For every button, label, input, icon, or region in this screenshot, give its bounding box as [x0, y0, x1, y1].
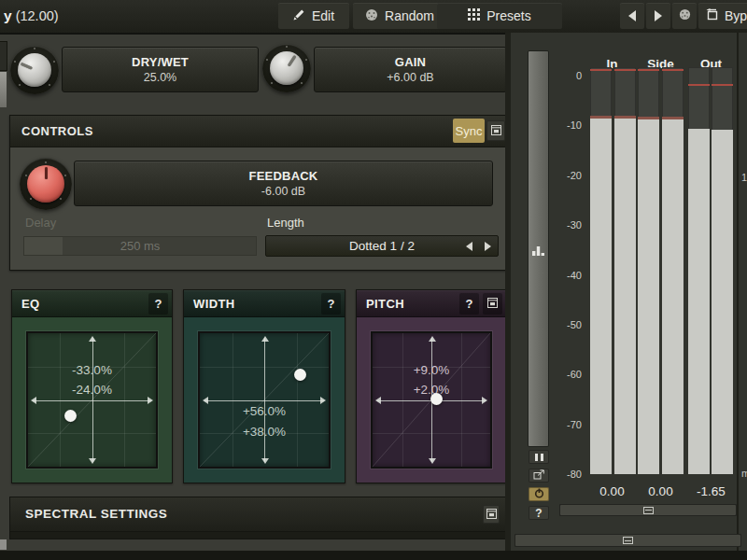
xy-pad[interactable]: +56.0% +38.0% — [198, 331, 331, 469]
xy-panel-pitch: PITCH ? +9.0% +2.0% — [356, 289, 507, 483]
help-button[interactable]: ? — [148, 293, 168, 315]
meter-bar-fill — [638, 119, 659, 475]
bypass-button[interactable]: Bypass — [698, 3, 747, 29]
edge-scrollbar-partial[interactable] — [0, 539, 7, 550]
pause-icon — [535, 454, 538, 461]
drywet-knob[interactable] — [10, 46, 59, 94]
meter-bar-peak-line — [712, 84, 733, 86]
length-prev-button[interactable] — [460, 236, 477, 256]
meter-bar-out-l — [688, 67, 710, 474]
xy-pad[interactable]: -33.0% -24.0% — [26, 331, 158, 469]
panel-presets-button[interactable] — [486, 120, 505, 141]
random-preset-button[interactable] — [672, 3, 697, 29]
pad-values: -33.0% -24.0% — [28, 360, 156, 400]
edge-slider-partial[interactable] — [0, 72, 7, 107]
grid-icon — [468, 8, 480, 23]
xy-panel-header: PITCH ? — [357, 290, 506, 317]
meter-bar-peak-line — [590, 69, 612, 71]
drywet-knob-pointer — [12, 48, 56, 91]
length-next-button[interactable] — [479, 236, 496, 256]
meter-scrollbar-thumb[interactable] — [560, 505, 736, 515]
meter-bar-recent-peak-band — [638, 117, 659, 119]
panel-presets-button[interactable] — [483, 293, 502, 315]
feedback-knob-pointer — [27, 165, 64, 203]
histogram-icon[interactable] — [531, 244, 545, 260]
pause-icon — [541, 454, 543, 461]
meter-bar-recent-peak-band — [590, 116, 612, 119]
controls-panel-body: FEEDBACK -6.00 dB Delay 250 ms Length Do… — [10, 147, 506, 270]
pad-y-value: +38.0% — [200, 422, 329, 442]
spectral-settings-header[interactable]: SPECTRAL SETTINGS — [10, 497, 506, 532]
y-axis-arrow — [264, 338, 265, 462]
meter-scrollbar[interactable] — [559, 504, 737, 516]
feedback-display[interactable]: FEEDBACK -6.00 dB — [74, 161, 493, 206]
help-button-label: ? — [535, 507, 542, 520]
scrollbar-grip-icon — [623, 537, 633, 544]
xy-handle[interactable] — [294, 369, 306, 381]
drywet-display[interactable]: DRY/WET 25.0% — [62, 47, 259, 92]
xy-panel-body: +9.0% +2.0% — [357, 317, 506, 483]
pencil-icon — [293, 8, 305, 23]
chevron-right-icon — [655, 10, 662, 21]
panel-scrollbar-thumb[interactable] — [515, 535, 740, 546]
chevron-right-icon — [485, 242, 491, 251]
xy-panel-body: +56.0% +38.0% — [184, 317, 345, 483]
help-button[interactable]: ? — [529, 506, 549, 520]
length-dropdown[interactable]: Dotted 1 / 2 — [265, 235, 499, 257]
meter-bar-fill — [662, 119, 684, 475]
meter-bar-peak-line — [638, 69, 659, 71]
sync-button[interactable]: Sync — [453, 119, 485, 143]
length-label: Length — [267, 216, 304, 230]
app-title-detail: (12.00) — [16, 8, 59, 23]
controls-panel-title: CONTROLS — [21, 116, 93, 147]
feedback-knob[interactable] — [20, 158, 72, 210]
xy-handle[interactable] — [430, 393, 443, 405]
xy-panel-body: -33.0% -24.0% — [12, 317, 172, 483]
sphere-icon — [679, 8, 691, 23]
meter-scale-tick: -10 — [548, 119, 582, 131]
bypass-button-label: Bypass — [725, 8, 747, 23]
random-button[interactable]: Random — [353, 3, 446, 29]
help-button[interactable]: ? — [459, 293, 479, 315]
meter-panel-divider — [737, 33, 739, 560]
pad-x-value: +9.0% — [373, 360, 490, 381]
drywet-label: DRY/WET — [132, 55, 189, 69]
xy-pad[interactable]: +9.0% +2.0% — [371, 331, 492, 469]
popout-icon — [533, 469, 545, 482]
panel-scrollbar[interactable] — [514, 534, 741, 547]
chevron-left-icon — [466, 242, 472, 251]
xy-panel-title: EQ — [21, 297, 148, 311]
pause-button[interactable] — [529, 450, 549, 464]
edit-button-label: Edit — [312, 8, 334, 23]
delay-label: Delay — [25, 216, 56, 230]
gain-knob-pointer — [263, 45, 310, 91]
spectral-settings-title: SPECTRAL SETTINGS — [25, 497, 167, 531]
previous-preset-button[interactable] — [620, 3, 644, 29]
meter-bar-in-r — [614, 67, 636, 474]
bypass-icon — [704, 8, 718, 23]
gain-display[interactable]: GAIN +6.00 dB — [314, 47, 507, 92]
meter-bar-fill — [590, 119, 612, 474]
next-preset-button[interactable] — [646, 3, 670, 29]
gain-knob[interactable] — [262, 44, 311, 92]
power-button[interactable] — [529, 487, 549, 501]
meter-bar-recent-peak-band — [614, 116, 636, 119]
xy-panel-eq: EQ ? -33.0% -24.0% — [11, 289, 173, 483]
edit-button[interactable]: Edit — [278, 3, 349, 29]
popout-button[interactable] — [529, 469, 549, 483]
xy-panel-title: WIDTH — [193, 297, 321, 311]
feedback-label: FEEDBACK — [249, 169, 318, 183]
pad-x-value: -33.0% — [28, 360, 156, 381]
window-bottom-edge — [0, 551, 747, 560]
panel-presets-button[interactable] — [483, 505, 500, 524]
help-button[interactable]: ? — [321, 293, 341, 315]
controls-panel: CONTROLS Sync FEEDBACK -6.00 dB Delay 25… — [9, 115, 507, 271]
edge-button-partial[interactable] — [0, 41, 7, 71]
meter-bar-in-l — [590, 67, 612, 474]
presets-button[interactable]: Presets — [437, 3, 562, 29]
delay-slider[interactable]: 250 ms — [23, 236, 257, 256]
window-icon — [487, 297, 498, 311]
random-button-label: Random — [385, 8, 434, 23]
meter-bar-fill — [712, 130, 733, 474]
meter-bar-side-l — [638, 67, 659, 474]
